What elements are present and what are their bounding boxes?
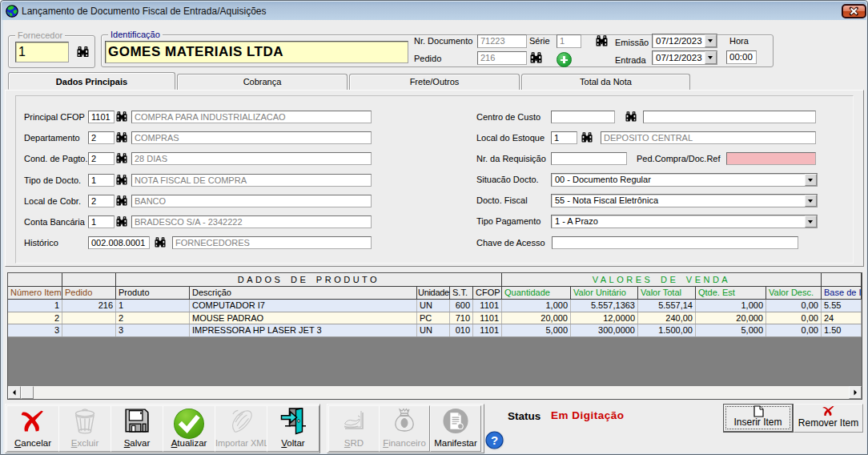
svg-text:?: ? — [491, 433, 498, 447]
